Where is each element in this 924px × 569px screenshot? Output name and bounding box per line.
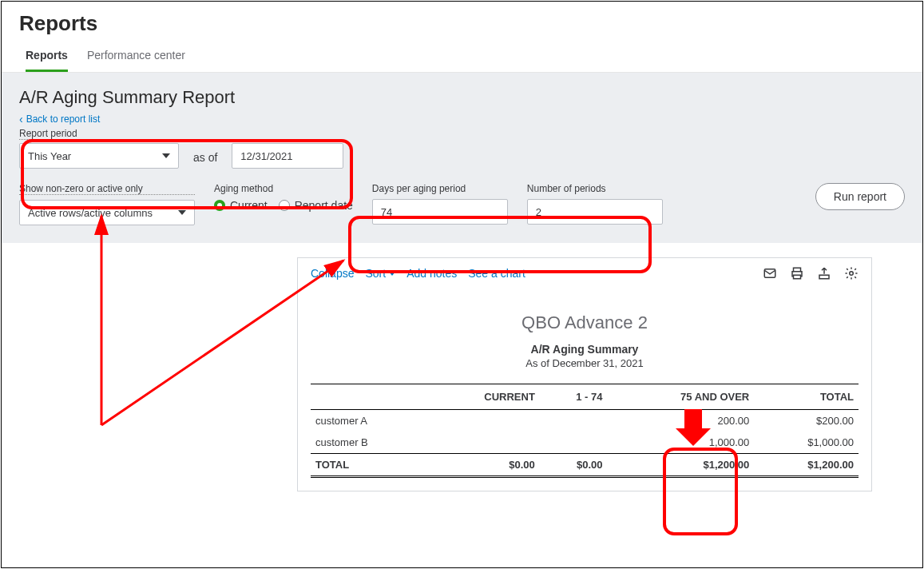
aging-method-current-radio[interactable]: Current <box>214 199 268 212</box>
cell-total: $1,200.00 <box>754 454 859 477</box>
sort-label: Sort <box>365 267 386 280</box>
aging-table: CURRENT 1 - 74 75 AND OVER TOTAL custome… <box>311 384 859 478</box>
cell-b2: 200.00 <box>608 410 755 432</box>
page-title: Reports <box>2 2 922 49</box>
company-name: QBO Advance 2 <box>311 312 859 333</box>
report-card: Collapse Sort Add notes See a chart QBO … <box>297 257 872 491</box>
svg-rect-1 <box>794 268 801 272</box>
number-of-periods-label: Number of periods <box>527 183 663 194</box>
as-of-label: as of <box>193 151 217 169</box>
report-period-value: This Year <box>28 150 71 162</box>
svg-point-4 <box>850 272 854 276</box>
sort-link[interactable]: Sort <box>365 267 395 280</box>
chevron-left-icon: ‹ <box>19 113 23 125</box>
aging-reportdate-label: Report date <box>295 199 353 212</box>
cell-b2: 1,000.00 <box>608 432 755 454</box>
chevron-down-icon <box>162 153 170 158</box>
email-icon[interactable] <box>763 266 777 281</box>
cell-b2: $1,200.00 <box>608 454 755 477</box>
tab-reports[interactable]: Reports <box>26 49 68 72</box>
report-period-select[interactable]: This Year <box>19 143 179 169</box>
collapse-link[interactable]: Collapse <box>311 267 354 280</box>
col-current: CURRENT <box>426 384 539 410</box>
table-row[interactable]: customer B 1,000.00 $1,000.00 <box>311 432 859 454</box>
gear-icon[interactable] <box>844 266 859 281</box>
report-date: As of December 31, 2021 <box>311 357 859 369</box>
radio-on-icon <box>214 200 225 211</box>
days-per-period-value: 74 <box>381 206 392 218</box>
tab-performance-center[interactable]: Performance center <box>87 49 185 72</box>
tabs: Reports Performance center <box>2 49 922 73</box>
table-row[interactable]: customer A 200.00 $200.00 <box>311 410 859 432</box>
days-per-period-input[interactable]: 74 <box>372 199 508 225</box>
cell-b1 <box>540 432 608 454</box>
col-bucket2: 75 AND OVER <box>608 384 755 410</box>
svg-rect-2 <box>794 275 801 279</box>
col-blank <box>311 384 426 410</box>
back-to-report-list-link[interactable]: ‹ Back to report list <box>19 113 905 125</box>
show-nonzero-value: Active rows/active columns <box>28 207 153 219</box>
number-of-periods-value: 2 <box>536 206 541 218</box>
cell-b1 <box>540 410 608 432</box>
table-total-row: TOTAL $0.00 $0.00 $1,200.00 $1,200.00 <box>311 454 859 477</box>
export-icon[interactable] <box>817 266 831 281</box>
cell-current <box>426 432 539 454</box>
as-of-date-value: 12/31/2021 <box>240 150 292 162</box>
section-title: A/R Aging Summary Report <box>19 87 905 108</box>
days-per-period-label: Days per aging period <box>372 183 508 194</box>
report-name: A/R Aging Summary <box>311 343 859 356</box>
chevron-down-icon <box>178 210 186 215</box>
col-total: TOTAL <box>754 384 859 410</box>
cell-current <box>426 410 539 432</box>
cell-name: customer B <box>311 432 426 454</box>
print-icon[interactable] <box>790 266 804 281</box>
run-report-button[interactable]: Run report <box>815 183 905 210</box>
aging-current-label: Current <box>230 199 268 212</box>
aging-method-label: Aging method <box>214 183 353 194</box>
show-nonzero-label: Show non-zero or active only <box>19 183 195 195</box>
aging-method-report-date-radio[interactable]: Report date <box>279 199 353 212</box>
cell-current: $0.00 <box>426 454 539 477</box>
show-nonzero-select[interactable]: Active rows/active columns <box>19 200 195 225</box>
see-a-chart-link[interactable]: See a chart <box>468 267 525 280</box>
number-of-periods-input[interactable]: 2 <box>527 199 663 225</box>
as-of-date-input[interactable]: 12/31/2021 <box>232 143 343 169</box>
report-period-label: Report period <box>19 128 77 140</box>
col-bucket1: 1 - 74 <box>540 384 608 410</box>
cell-name: TOTAL <box>311 454 426 477</box>
back-link-label: Back to report list <box>26 113 101 125</box>
add-notes-link[interactable]: Add notes <box>406 267 457 280</box>
cell-total: $1,000.00 <box>754 432 859 454</box>
radio-off-icon <box>279 200 290 211</box>
cell-b1: $0.00 <box>540 454 608 477</box>
svg-rect-3 <box>819 275 829 279</box>
chevron-down-icon <box>389 272 395 276</box>
filter-panel: A/R Aging Summary Report ‹ Back to repor… <box>2 73 922 243</box>
cell-total: $200.00 <box>754 410 859 432</box>
cell-name: customer A <box>311 410 426 432</box>
